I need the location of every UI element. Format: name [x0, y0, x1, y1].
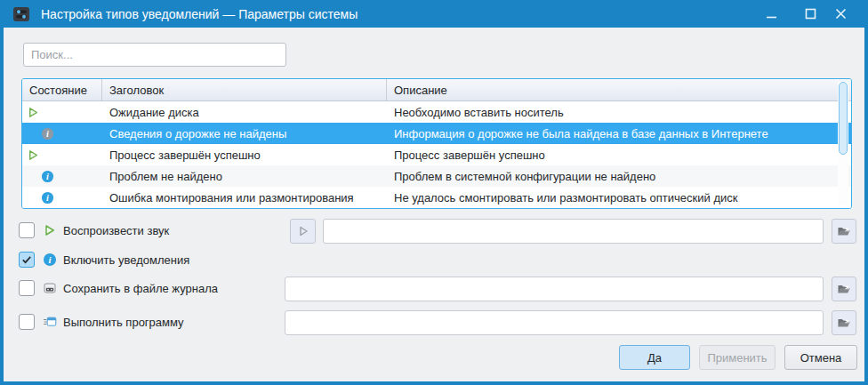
header-title[interactable]: Заголовок	[102, 79, 387, 100]
apply-button: Применить	[699, 345, 776, 370]
enable-notifications-checkbox[interactable]	[19, 252, 35, 268]
option-run-program: Выполнить программу	[19, 314, 184, 330]
notification-settings-icon	[12, 5, 30, 23]
play-icon	[27, 106, 40, 119]
svg-text:i: i	[46, 172, 49, 181]
play-icon	[27, 148, 40, 162]
info-icon: i	[41, 170, 54, 183]
run-program-checkbox[interactable]	[19, 314, 35, 330]
play-icon	[43, 223, 57, 237]
minimize-icon[interactable]	[764, 6, 779, 21]
table-row-selected[interactable]: i Сведения о дорожке не найдены Информац…	[22, 123, 851, 144]
scrollbar-track[interactable]	[838, 82, 848, 205]
option-enable-notifications: i Включить уведомления	[19, 252, 189, 268]
play-sound-label: Воспроизвести звук	[63, 224, 169, 237]
table-row[interactable]: Процесс завершён успешно Процесс завершё…	[22, 144, 851, 165]
info-icon: i	[43, 253, 57, 267]
table-row[interactable]: Ожидание диска Необходимо вставить носит…	[22, 101, 851, 123]
svg-text:i: i	[46, 193, 49, 203]
enable-notifications-label: Включить уведомления	[63, 253, 189, 267]
log-file-label: Сохранить в файле журнала	[63, 282, 218, 295]
browse-sound-button[interactable]	[832, 219, 856, 244]
play-preview-button[interactable]	[290, 219, 316, 244]
browse-program-button[interactable]	[832, 310, 856, 335]
titlebar: Настройка типов уведомлений — Параметры …	[0, 0, 868, 28]
cancel-button[interactable]: Отмена	[784, 345, 857, 370]
log-file-input[interactable]	[285, 277, 824, 301]
info-icon: i	[41, 127, 54, 140]
table-row[interactable]: i Ошибка монтирования или размонтировани…	[22, 187, 851, 208]
table-header: Состояние Заголовок Описание	[22, 79, 851, 101]
maximize-icon[interactable]	[803, 6, 818, 21]
close-icon[interactable]	[833, 6, 848, 21]
svg-text:i: i	[46, 129, 49, 139]
header-description[interactable]: Описание	[387, 79, 851, 100]
search-input[interactable]	[23, 43, 286, 67]
settings-window: Настройка типов уведомлений — Параметры …	[0, 0, 868, 385]
browse-log-button[interactable]	[832, 277, 856, 301]
run-program-icon	[43, 315, 57, 329]
run-program-label: Выполнить программу	[63, 316, 184, 329]
window-title: Настройка типов уведомлений — Параметры …	[41, 7, 358, 21]
play-sound-checkbox[interactable]	[19, 222, 35, 238]
log-file-checkbox[interactable]	[19, 280, 35, 296]
option-log-file: Сохранить в файле журнала	[19, 280, 218, 296]
option-play-sound: Воспроизвести звук	[19, 222, 169, 238]
table-row[interactable]: i Проблем не найдено Проблем в системной…	[22, 165, 851, 187]
scrollbar-thumb[interactable]	[839, 82, 848, 155]
header-state[interactable]: Состояние	[22, 79, 102, 100]
sound-file-input[interactable]	[323, 219, 824, 244]
log-file-icon	[43, 281, 57, 295]
notification-types-table: Состояние Заголовок Описание Ожидание ди…	[21, 78, 852, 209]
yes-button[interactable]: Да	[619, 345, 690, 370]
run-program-input[interactable]	[285, 310, 824, 335]
info-icon: i	[41, 191, 54, 205]
